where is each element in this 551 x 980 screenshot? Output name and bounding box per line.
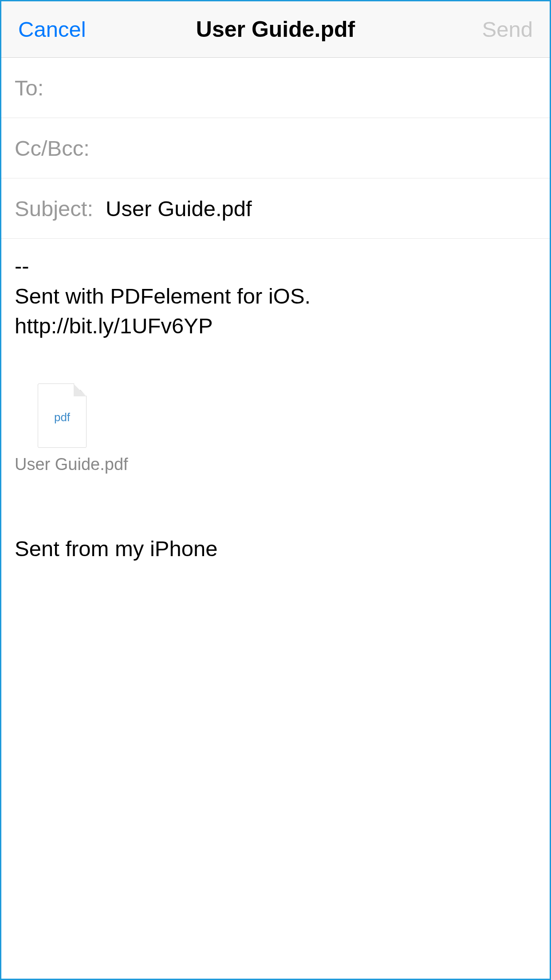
subject-input[interactable]: User Guide.pdf xyxy=(106,196,252,221)
attachment-file-icon[interactable]: pdf xyxy=(38,383,87,448)
attachment-section: pdf User Guide.pdf xyxy=(15,383,536,474)
email-signature[interactable]: Sent from my iPhone xyxy=(15,536,536,561)
compose-header: Cancel User Guide.pdf Send xyxy=(1,1,550,58)
ccbcc-label: Cc/Bcc: xyxy=(15,136,90,161)
to-field-row[interactable]: To: xyxy=(1,58,550,118)
subject-field-row[interactable]: Subject: User Guide.pdf xyxy=(1,178,550,239)
message-body-area[interactable]: -- Sent with PDFelement for iOS. http://… xyxy=(1,239,550,573)
attachment-filename: User Guide.pdf xyxy=(15,455,536,474)
page-fold-shadow xyxy=(74,384,86,396)
compose-body: To: Cc/Bcc: Subject: User Guide.pdf -- S… xyxy=(1,58,550,573)
cancel-button[interactable]: Cancel xyxy=(18,17,86,42)
body-text[interactable]: -- Sent with PDFelement for iOS. http://… xyxy=(15,251,536,341)
ccbcc-input[interactable] xyxy=(102,136,536,161)
to-label: To: xyxy=(15,75,43,100)
subject-label: Subject: xyxy=(15,196,93,221)
attachment-type-badge: pdf xyxy=(54,411,70,424)
page-title: User Guide.pdf xyxy=(196,16,355,42)
send-button[interactable]: Send xyxy=(482,17,533,42)
ccbcc-field-row[interactable]: Cc/Bcc: xyxy=(1,118,550,178)
to-input[interactable] xyxy=(56,75,536,100)
